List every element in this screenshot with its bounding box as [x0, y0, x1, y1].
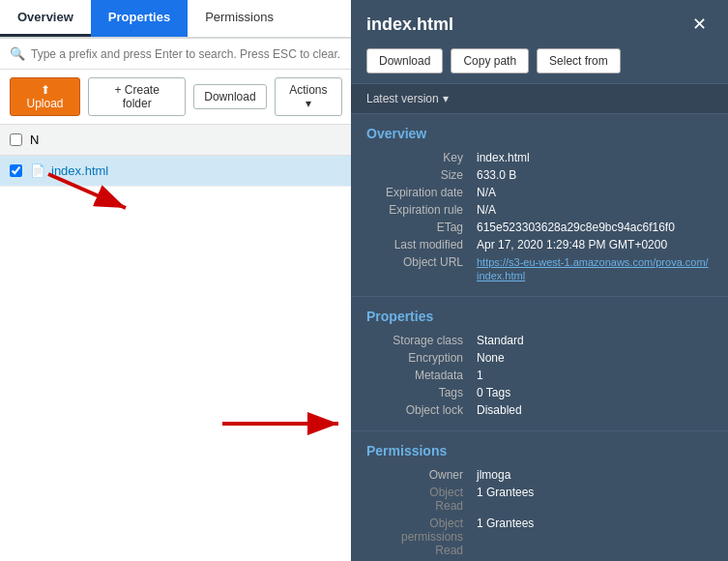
overview-row-objurl: Object URL https://s3-eu-west-1.amazonaw…	[366, 253, 713, 284]
tab-overview[interactable]: Overview	[0, 0, 91, 37]
permissions-table: Owner jlmoga ObjectRead 1 Grantees Objec…	[366, 466, 713, 561]
close-button[interactable]: ✕	[686, 12, 713, 37]
overview-value-etag: 615e523303628a29c8e9bc94ac6f16f0	[473, 219, 713, 236]
search-bar: 🔍	[0, 39, 352, 70]
overview-label-objurl: Object URL	[366, 253, 473, 284]
tab-properties[interactable]: Properties	[91, 0, 188, 37]
overview-value-objurl[interactable]: https://s3-eu-west-1.amazonaws.com/prova…	[473, 253, 713, 284]
drawer-select-from-button[interactable]: Select from	[537, 48, 621, 74]
file-checkbox[interactable]	[10, 164, 22, 177]
overview-row-size: Size 633.0 B	[366, 166, 713, 184]
overview-value-size: 633.0 B	[473, 166, 713, 184]
right-panel: index.html ✕ Download Copy path Select f…	[351, 0, 728, 561]
download-button[interactable]: Download	[193, 84, 266, 109]
perm-label-objread: ObjectRead	[366, 484, 473, 515]
overview-value-exprule: N/A	[473, 201, 713, 219]
overview-label-etag: ETag	[366, 219, 473, 236]
red-arrow-2	[213, 404, 358, 443]
section-overview-title: Overview	[366, 126, 713, 141]
overview-row-key: Key index.html	[366, 149, 713, 166]
prop-label-encryption: Encryption	[366, 349, 473, 367]
perm-value-owner: jlmoga	[473, 466, 713, 484]
drawer-actions: Download Copy path Select from	[351, 44, 728, 83]
drawer-title: index.html	[366, 15, 453, 35]
file-list-header: N	[0, 125, 352, 156]
overview-label-size: Size	[366, 166, 473, 184]
overview-label-exprule: Expiration rule	[366, 201, 473, 219]
overview-label-expdate: Expiration date	[366, 184, 473, 201]
tab-permissions[interactable]: Permissions	[188, 0, 291, 37]
overview-value-key: index.html	[473, 149, 713, 166]
actions-button[interactable]: Actions ▾	[275, 77, 342, 116]
red-arrow-1	[39, 164, 155, 222]
tabs-bar: Overview Properties Permissions	[0, 0, 352, 39]
drawer-copy-path-button[interactable]: Copy path	[451, 48, 529, 74]
search-input[interactable]	[31, 47, 342, 61]
prop-value-tags: 0 Tags	[473, 384, 713, 401]
select-all-checkbox[interactable]	[10, 133, 22, 146]
prop-label-objlock: Object lock	[366, 401, 473, 419]
chevron-down-icon: ▾	[306, 97, 311, 110]
perm-value-objread: 1 Grantees	[473, 484, 713, 515]
drawer-download-button[interactable]: Download	[366, 48, 443, 74]
perm-row-objread: ObjectRead 1 Grantees	[366, 484, 713, 515]
overview-row-etag: ETag 615e523303628a29c8e9bc94ac6f16f0	[366, 219, 713, 236]
chevron-down-icon: ▾	[443, 92, 449, 105]
create-folder-button[interactable]: + Create folder	[88, 77, 186, 116]
file-header-name: N	[30, 133, 39, 147]
upload-icon: ⬆	[41, 83, 50, 97]
version-selector[interactable]: Latest version ▾	[351, 83, 728, 114]
prop-row-objlock: Object lock Disabled	[366, 401, 713, 419]
prop-row-encryption: Encryption None	[366, 349, 713, 367]
toolbar: ⬆ Upload + Create folder Download Action…	[0, 70, 352, 125]
search-icon: 🔍	[10, 46, 25, 61]
perm-label-objpermread: ObjectpermissionsRead	[366, 515, 473, 559]
overview-label-lastmod: Last modified	[366, 236, 473, 253]
overview-table: Key index.html Size 633.0 B Expiration d…	[366, 149, 713, 284]
properties-table: Storage class Standard Encryption None M…	[366, 332, 713, 419]
prop-label-tags: Tags	[366, 384, 473, 401]
prop-row-tags: Tags 0 Tags	[366, 384, 713, 401]
prop-value-objlock: Disabled	[473, 401, 713, 419]
section-properties-title: Properties	[366, 309, 713, 324]
overview-value-lastmod: Apr 17, 2020 1:29:48 PM GMT+0200	[473, 236, 713, 253]
drawer-header: index.html ✕	[351, 0, 728, 44]
prop-row-storage: Storage class Standard	[366, 332, 713, 349]
section-properties: Properties Storage class Standard Encryp…	[351, 297, 728, 431]
perm-row-objpermread: ObjectpermissionsRead 1 Grantees	[366, 515, 713, 559]
overview-value-expdate: N/A	[473, 184, 713, 201]
perm-label-owner: Owner	[366, 466, 473, 484]
version-label: Latest version	[366, 92, 439, 105]
overview-row-exprule: Expiration rule N/A	[366, 201, 713, 219]
overview-row-lastmod: Last modified Apr 17, 2020 1:29:48 PM GM…	[366, 236, 713, 253]
section-overview: Overview Key index.html Size 633.0 B Exp…	[351, 114, 728, 297]
prop-row-metadata: Metadata 1	[366, 367, 713, 384]
prop-value-storage: Standard	[473, 332, 713, 349]
section-permissions: Permissions Owner jlmoga ObjectRead 1 Gr…	[351, 431, 728, 561]
prop-value-metadata: 1	[473, 367, 713, 384]
perm-row-owner: Owner jlmoga	[366, 466, 713, 484]
perm-value-objpermread: 1 Grantees	[473, 515, 713, 559]
overview-row-expdate: Expiration date N/A	[366, 184, 713, 201]
overview-label-key: Key	[366, 149, 473, 166]
prop-label-metadata: Metadata	[366, 367, 473, 384]
prop-label-storage: Storage class	[366, 332, 473, 349]
upload-button[interactable]: ⬆ Upload	[10, 77, 80, 116]
left-panel: Overview Properties Permissions 🔍 ⬆ Uplo…	[0, 0, 353, 561]
prop-value-encryption: None	[473, 349, 713, 367]
section-permissions-title: Permissions	[366, 443, 713, 458]
